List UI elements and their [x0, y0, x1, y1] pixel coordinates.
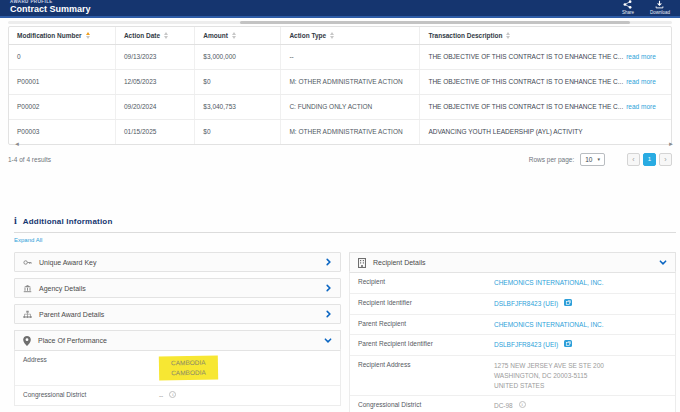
- column-label: Transaction Description: [428, 32, 502, 39]
- pagination-controls: Rows per page: 10 ▾ ‹ 1 ›: [529, 153, 672, 166]
- detail-row-recipient-address: Recipient Address 1275 NEW JERSEY AVE SE…: [350, 356, 675, 396]
- copy-icon[interactable]: [564, 299, 572, 306]
- sort-icon[interactable]: [86, 32, 90, 39]
- cell-amount: $3,000,000: [194, 45, 280, 69]
- column-header-action-type[interactable]: Action Type: [280, 27, 419, 44]
- column-label: Action Date: [124, 32, 160, 39]
- column-label: Action Type: [289, 32, 326, 39]
- table-row: 0 09/13/2023 $3,000,000 -- THE OBJECTIVE…: [9, 45, 671, 70]
- detail-label: Address: [23, 356, 159, 380]
- detail-value: DC-98: [494, 401, 667, 411]
- recipient-details-body: Recipient CHEMONICS INTERNATIONAL, INC. …: [349, 272, 676, 412]
- detail-value: --: [159, 391, 332, 401]
- expand-all-link[interactable]: Expand All: [14, 237, 42, 243]
- info-icon: i: [14, 216, 17, 226]
- accordion-place-of-performance[interactable]: Place Of Performance: [14, 330, 341, 350]
- detail-value: 1275 NEW JERSEY AVE SE STE 200 WASHINGTO…: [494, 361, 667, 390]
- detail-row-address: Address CAMBODIA CAMBODIA: [15, 351, 340, 386]
- table-header-row: Modification Number Action Date Amount A…: [9, 27, 671, 45]
- column-header-action-date[interactable]: Action Date: [115, 27, 194, 44]
- table-horizontal-scrollbar[interactable]: [8, 21, 672, 24]
- detail-label: Congressional District: [358, 401, 494, 411]
- read-more-link[interactable]: read more: [626, 103, 656, 110]
- sitemap-icon: [23, 310, 32, 319]
- detail-label: Parent Recipient Identifier: [358, 340, 494, 350]
- scrollbar-thumb[interactable]: [240, 21, 630, 24]
- detail-value: CAMBODIA CAMBODIA: [159, 356, 332, 380]
- cell-action-type: M: OTHER ADMINISTRATIVE ACTION: [280, 120, 419, 144]
- read-more-link[interactable]: read more: [626, 78, 656, 85]
- recipient-link[interactable]: CHEMONICS INTERNATIONAL, INC.: [494, 278, 604, 288]
- info-circle-icon[interactable]: [169, 391, 176, 398]
- cell-modification-number: P00003: [9, 120, 115, 144]
- chevron-right-icon: [325, 310, 332, 318]
- cell-amount: $0: [194, 70, 280, 94]
- info-circle-icon[interactable]: [519, 401, 526, 408]
- additional-information-heading: i Additional Information: [14, 216, 676, 233]
- chevron-right-icon: [325, 284, 332, 292]
- copy-icon[interactable]: [564, 340, 572, 347]
- cell-amount: $3,040,753: [194, 95, 280, 119]
- detail-value: DSLBFJFR8423 (UEI): [494, 299, 667, 309]
- pager: ‹ 1 ›: [627, 153, 672, 166]
- chevron-down-icon: [659, 259, 667, 266]
- cell-modification-number: P00002: [9, 95, 115, 119]
- description-text: THE OBJECTIVE OF THIS CONTRACT IS TO ENH…: [428, 53, 623, 60]
- header-titles: AWARD PROFILE Contract Summary: [10, 0, 91, 14]
- accordion-agency-details[interactable]: Agency Details: [14, 278, 341, 298]
- right-column: Recipient Details Recipient CHEMONICS IN…: [349, 252, 676, 412]
- detail-row-recipient: Recipient CHEMONICS INTERNATIONAL, INC.: [350, 273, 675, 294]
- scroll-left-arrow-icon[interactable]: ◄: [14, 141, 20, 147]
- recipient-identifier-link[interactable]: DSLBFJFR8423 (UEI): [494, 299, 558, 309]
- detail-row-parent-recipient-identifier: Parent Recipient Identifier DSLBFJFR8423…: [350, 335, 675, 356]
- detail-row-recipient-identifier: Recipient Identifier DSLBFJFR8423 (UEI): [350, 294, 675, 315]
- accordion-group-place-of-performance: Place Of Performance Address CAMBODIA CA…: [14, 330, 341, 406]
- detail-label: Recipient Address: [358, 361, 494, 390]
- read-more-link[interactable]: read more: [626, 53, 656, 60]
- results-summary: 1-4 of 4 results: [8, 156, 51, 163]
- detail-row-congressional-district: Congressional District DC-98: [350, 396, 675, 412]
- address-line: CAMBODIA: [171, 358, 206, 368]
- accordion-title: Recipient Details: [373, 259, 426, 266]
- scroll-right-arrow-icon[interactable]: ►: [668, 141, 674, 147]
- cell-action-date: 01/15/2025: [115, 120, 194, 144]
- next-page-button[interactable]: ›: [659, 153, 672, 166]
- accordion-recipient-details[interactable]: Recipient Details: [349, 252, 676, 272]
- page-1-button[interactable]: 1: [643, 153, 656, 166]
- cell-modification-number: 0: [9, 45, 115, 69]
- table-row: P00003 01/15/2025 $0 M: OTHER ADMINISTRA…: [9, 120, 671, 144]
- header-actions: Share Download: [622, 0, 670, 15]
- cell-description: ADVANCING YOUTH LEADERSHIP (AYL) ACTIVIT…: [419, 120, 671, 144]
- accordion-title: Place Of Performance: [38, 337, 107, 344]
- rows-per-page-select[interactable]: 10 ▾: [580, 153, 605, 166]
- detail-label: Parent Recipient: [358, 320, 494, 330]
- sort-icon[interactable]: [506, 32, 510, 39]
- column-header-transaction-description[interactable]: Transaction Description: [419, 27, 671, 44]
- sort-icon[interactable]: [232, 32, 236, 39]
- landmark-icon: [23, 284, 32, 293]
- column-header-modification-number[interactable]: Modification Number: [9, 27, 115, 44]
- address-line: UNITED STATES: [494, 381, 604, 391]
- detail-label: Recipient Identifier: [358, 299, 494, 309]
- cell-amount: $0: [194, 120, 280, 144]
- cell-action-date: 09/13/2023: [115, 45, 194, 69]
- transactions-table: Modification Number Action Date Amount A…: [8, 26, 672, 145]
- cell-action-type: --: [280, 45, 419, 69]
- share-button[interactable]: Share: [622, 0, 634, 15]
- parent-recipient-link[interactable]: CHEMONICS INTERNATIONAL, INC.: [494, 320, 604, 330]
- left-column: Unique Award Key Agency Details Parent: [14, 252, 341, 412]
- parent-recipient-identifier-link[interactable]: DSLBFJFR8423 (UEI): [494, 340, 558, 350]
- accordion-parent-award-details[interactable]: Parent Award Details: [14, 304, 341, 324]
- accordion-columns: Unique Award Key Agency Details Parent: [14, 252, 676, 412]
- accordion-unique-award-key[interactable]: Unique Award Key: [14, 252, 341, 272]
- sort-icon[interactable]: [330, 32, 334, 39]
- results-bar: 1-4 of 4 results Rows per page: 10 ▾ ‹ 1…: [8, 151, 672, 167]
- previous-page-button[interactable]: ‹: [627, 153, 640, 166]
- sort-icon[interactable]: [164, 32, 168, 39]
- rows-per-page-value: 10: [585, 156, 592, 163]
- column-header-amount[interactable]: Amount: [194, 27, 280, 44]
- cell-action-type: C: FUNDING ONLY ACTION: [280, 95, 419, 119]
- district-value: DC-98: [494, 401, 513, 411]
- chevron-down-icon: ▾: [597, 156, 600, 162]
- download-button[interactable]: Download: [650, 0, 670, 15]
